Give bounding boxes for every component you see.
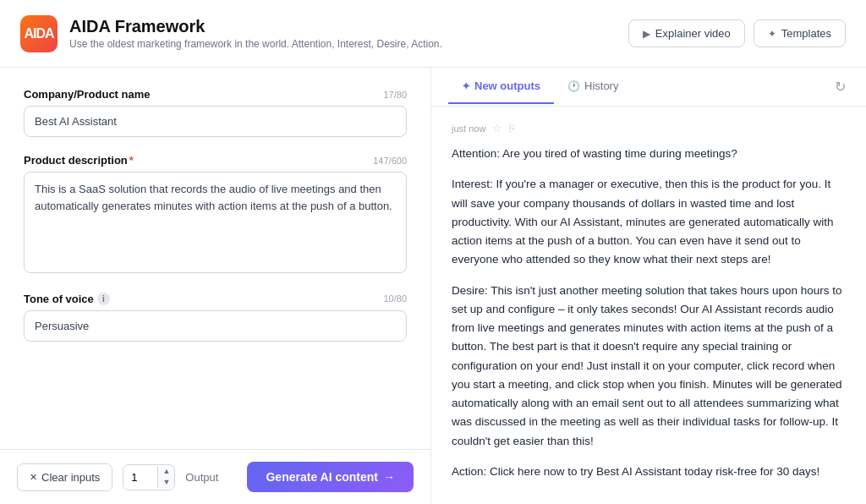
- company-input[interactable]: [24, 106, 407, 137]
- tone-label-row: Tone of voice i 10/80: [24, 293, 407, 305]
- output-paragraph-attention: Attention: Are you tired of wasting time…: [452, 145, 846, 163]
- logo: AIDA: [20, 15, 58, 52]
- header-actions: ▶ Explainer video ✦ Templates: [628, 19, 846, 47]
- app-title: AIDA Framework: [69, 17, 442, 36]
- copy-icon[interactable]: ⎘: [509, 123, 515, 134]
- info-icon[interactable]: i: [97, 293, 110, 305]
- x-icon: ✕: [30, 472, 37, 483]
- tone-label: Tone of voice i: [24, 293, 110, 305]
- company-char-count: 17/80: [383, 90, 407, 100]
- output-paragraph-interest: Interest: If you're a manager or executi…: [452, 175, 846, 269]
- product-label-row: Product description* 147/600: [24, 154, 407, 167]
- required-marker: *: [129, 154, 134, 167]
- arrow-right-icon: →: [383, 470, 395, 484]
- templates-button[interactable]: ✦ Templates: [754, 19, 846, 47]
- quantity-stepper: ▲ ▼: [123, 464, 175, 490]
- quantity-input[interactable]: [123, 465, 157, 490]
- main-layout: Company/Product name 17/80 Product descr…: [0, 68, 866, 504]
- header: AIDA AIDA Framework Use the oldest marke…: [0, 0, 866, 68]
- company-form-group: Company/Product name 17/80: [24, 88, 407, 137]
- decrement-button[interactable]: ▼: [158, 477, 174, 488]
- generate-button[interactable]: Generate AI content →: [247, 462, 414, 492]
- right-panel: ✦ New outputs 🕐 History ↻ just now ☆ ⎘ A…: [431, 68, 866, 504]
- header-title-block: AIDA Framework Use the oldest marketing …: [69, 17, 442, 50]
- templates-icon: ✦: [768, 28, 776, 40]
- tab-history[interactable]: 🕐 History: [554, 69, 632, 104]
- explainer-video-button[interactable]: ▶ Explainer video: [628, 19, 745, 47]
- tabs-left: ✦ New outputs 🕐 History: [448, 69, 632, 104]
- output-paragraph-desire: Desire: This isn't just another meeting …: [452, 282, 846, 451]
- tone-input[interactable]: [24, 310, 407, 342]
- star-icon[interactable]: ☆: [492, 122, 502, 134]
- sparkle-icon: ✦: [462, 80, 470, 92]
- refresh-button[interactable]: ↻: [831, 75, 849, 98]
- header-branding: AIDA AIDA Framework Use the oldest marke…: [20, 15, 442, 52]
- clear-inputs-button[interactable]: ✕ Clear inputs: [17, 463, 112, 491]
- app-subtitle: Use the oldest marketing framework in th…: [69, 38, 442, 50]
- play-icon: ▶: [643, 28, 650, 40]
- product-form-group: Product description* 147/600 This is a S…: [24, 154, 407, 276]
- output-content-area: just now ☆ ⎘ Attention: Are you tired of…: [431, 107, 866, 504]
- output-label: Output: [185, 471, 218, 484]
- stepper-arrows: ▲ ▼: [157, 466, 174, 488]
- tab-new-outputs[interactable]: ✦ New outputs: [448, 69, 554, 104]
- output-text-body: Attention: Are you tired of wasting time…: [452, 145, 846, 481]
- company-label-row: Company/Product name 17/80: [24, 88, 407, 101]
- form-area: Company/Product name 17/80 Product descr…: [0, 68, 430, 449]
- output-tabs-bar: ✦ New outputs 🕐 History ↻: [431, 68, 866, 107]
- tone-form-group: Tone of voice i 10/80: [24, 293, 407, 342]
- company-label: Company/Product name: [24, 88, 151, 101]
- output-timestamp: just now: [452, 123, 485, 134]
- left-panel: Company/Product name 17/80 Product descr…: [0, 68, 431, 504]
- product-textarea[interactable]: This is a SaaS solution that records the…: [24, 172, 407, 273]
- footer-bar: ✕ Clear inputs ▲ ▼ Output Generate AI co…: [0, 449, 430, 504]
- tone-char-count: 10/80: [383, 293, 407, 304]
- product-char-count: 147/600: [373, 156, 407, 166]
- product-label: Product description*: [24, 154, 134, 167]
- increment-button[interactable]: ▲: [158, 466, 174, 477]
- clock-icon: 🕐: [567, 80, 580, 92]
- output-paragraph-action: Action: Click here now to try Best AI As…: [452, 463, 846, 481]
- output-meta: just now ☆ ⎘: [452, 122, 846, 134]
